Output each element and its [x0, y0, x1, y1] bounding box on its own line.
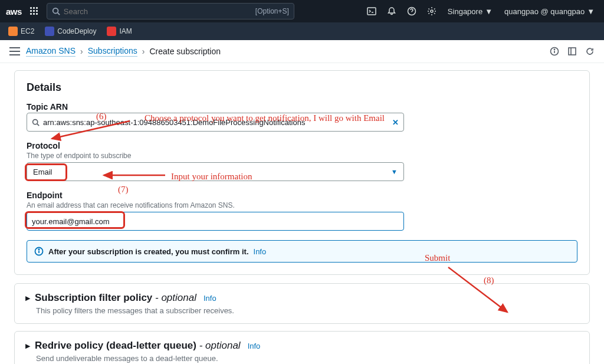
iam-icon [107, 27, 116, 36]
info-link[interactable]: Info [254, 247, 267, 256]
service-shortcut-ec2[interactable]: EC2 [6, 25, 37, 37]
section-title-text: Redrive policy (dead-letter queue) [35, 340, 196, 351]
chevron-down-icon: ▼ [391, 168, 398, 175]
services-grid-icon[interactable] [27, 4, 42, 19]
service-label: CodeDeploy [57, 27, 96, 35]
details-panel: Details Topic ARN arn:aws:sns:ap-southea… [14, 70, 590, 275]
protocol-select[interactable]: Email ▼ [27, 162, 404, 181]
field-label: Protocol [27, 141, 577, 150]
service-label: IAM [119, 27, 132, 35]
service-shortcut-codedeploy[interactable]: CodeDeploy [42, 25, 99, 37]
svg-point-9 [53, 8, 58, 14]
svg-line-19 [37, 123, 39, 125]
topic-arn-value: arn:aws:sns:ap-southeast-1:094886503451:… [43, 118, 305, 127]
svg-rect-8 [36, 13, 38, 15]
field-help: An email address that can receive notifi… [27, 201, 577, 209]
aws-logo[interactable]: aws [6, 6, 22, 17]
refresh-icon[interactable] [585, 47, 595, 56]
svg-rect-2 [36, 7, 38, 9]
section-desc: Send undeliverable messages to a dead-le… [36, 354, 579, 363]
account-label: quangpao @ quangpao [504, 7, 585, 16]
svg-point-22 [38, 249, 39, 250]
search-input[interactable] [64, 7, 255, 16]
global-nav: aws [Option+S] Singapore ▼ quangpao @ qu… [0, 0, 604, 22]
info-icon [34, 247, 44, 256]
cloudshell-icon[interactable] [364, 4, 379, 19]
endpoint-field: Endpoint An email address that can recei… [27, 191, 577, 231]
breadcrumb-link[interactable]: Amazon SNS [26, 46, 76, 57]
favorites-bar: EC2 CodeDeploy IAM [0, 22, 604, 40]
info-link[interactable]: Info [248, 342, 261, 350]
ec2-icon [8, 27, 18, 36]
chevron-down-icon: ▼ [485, 7, 493, 16]
breadcrumb-link[interactable]: Subscriptions [88, 46, 137, 57]
protocol-field: Protocol The type of endpoint to subscri… [27, 141, 577, 181]
breadcrumb-sep: › [142, 47, 145, 56]
codedeploy-icon [45, 27, 54, 36]
clear-icon[interactable]: ✕ [392, 118, 399, 127]
optional-suffix: - optional [196, 340, 241, 351]
field-label: Endpoint [27, 191, 577, 200]
section-title-text: Subscription filter policy [35, 292, 152, 303]
endpoint-value: your.email@gmail.com [32, 217, 110, 226]
optional-suffix: - optional [152, 292, 196, 303]
expand-toggle-icon[interactable]: ▶ [25, 294, 30, 302]
svg-rect-11 [367, 8, 376, 15]
service-shortcut-iam[interactable]: IAM [104, 25, 134, 37]
expand-icon[interactable] [567, 47, 577, 56]
field-label: Topic ARN [27, 102, 577, 112]
section-title: Subscription filter policy - optional [35, 292, 196, 304]
redrive-policy-section: ▶ Redrive policy (dead-letter queue) - o… [14, 331, 590, 364]
notifications-icon[interactable] [384, 4, 399, 19]
panel-heading: Details [27, 81, 577, 94]
section-desc: This policy filters the messages that a … [36, 306, 579, 315]
settings-icon[interactable] [424, 4, 439, 19]
svg-rect-17 [569, 48, 576, 55]
breadcrumb-row: Amazon SNS › Subscriptions › Create subs… [0, 40, 604, 63]
confirm-info-alert: After your subscription is created, you … [27, 240, 577, 263]
filter-policy-section: ▶ Subscription filter policy - optional … [14, 283, 590, 324]
svg-rect-7 [33, 13, 35, 15]
svg-point-16 [554, 49, 554, 50]
endpoint-input[interactable]: your.email@gmail.com [27, 212, 404, 231]
side-nav-toggle-icon[interactable] [9, 47, 20, 55]
search-icon [52, 7, 60, 15]
svg-line-10 [57, 13, 60, 15]
svg-rect-0 [30, 7, 32, 9]
search-shortcut: [Option+S] [255, 7, 289, 15]
protocol-value: Email [33, 168, 52, 176]
info-icon[interactable] [550, 47, 559, 56]
expand-toggle-icon[interactable]: ▶ [25, 342, 30, 350]
account-menu[interactable]: quangpao @ quangpao ▼ [501, 7, 598, 16]
region-label: Singapore [448, 7, 482, 16]
breadcrumb: Amazon SNS › Subscriptions › Create subs… [26, 46, 221, 57]
service-label: EC2 [21, 27, 34, 35]
region-selector[interactable]: Singapore ▼ [444, 7, 496, 16]
topic-arn-input[interactable]: arn:aws:sns:ap-southeast-1:094886503451:… [27, 113, 404, 132]
breadcrumb-sep: › [80, 47, 83, 56]
chevron-down-icon: ▼ [587, 7, 595, 16]
section-title: Redrive policy (dead-letter queue) - opt… [35, 340, 241, 352]
search-icon [32, 119, 40, 126]
svg-rect-6 [30, 13, 32, 15]
svg-point-13 [431, 10, 433, 12]
svg-point-18 [33, 119, 38, 124]
svg-rect-1 [33, 7, 35, 9]
svg-rect-4 [33, 10, 35, 12]
info-link[interactable]: Info [203, 294, 216, 303]
breadcrumb-current: Create subscription [149, 47, 221, 56]
topic-arn-field: Topic ARN arn:aws:sns:ap-southeast-1:094… [27, 102, 577, 132]
info-text: After your subscription is created, you … [48, 247, 249, 256]
global-search[interactable]: [Option+S] [47, 3, 294, 19]
help-icon[interactable] [404, 4, 419, 19]
svg-rect-3 [30, 10, 32, 12]
svg-rect-5 [36, 10, 38, 12]
field-help: The type of endpoint to subscribe [27, 152, 577, 160]
